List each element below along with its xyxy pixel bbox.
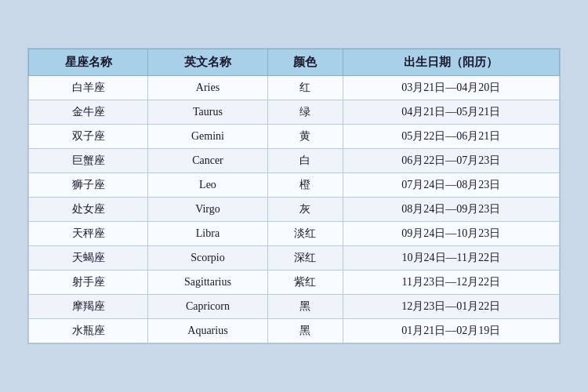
cell-english-name: Gemini	[148, 125, 267, 149]
cell-english-name: Libra	[148, 222, 267, 246]
table-row: 白羊座Aries红03月21日—04月20日	[29, 76, 560, 100]
cell-color: 绿	[267, 100, 343, 125]
cell-chinese-name: 射手座	[29, 270, 148, 295]
cell-english-name: Taurus	[148, 100, 267, 125]
cell-chinese-name: 双子座	[29, 125, 148, 149]
table-header-row: 星座名称 英文名称 颜色 出生日期（阳历）	[29, 49, 560, 76]
cell-color: 深红	[267, 246, 343, 270]
cell-dates: 05月22日—06月21日	[343, 125, 559, 149]
cell-chinese-name: 白羊座	[29, 76, 148, 100]
table-row: 天秤座Libra淡红09月24日—10月23日	[29, 222, 560, 246]
table-row: 射手座Sagittarius紫红11月23日—12月22日	[29, 270, 560, 295]
zodiac-table-container: 星座名称 英文名称 颜色 出生日期（阳历） 白羊座Aries红03月21日—04…	[27, 48, 561, 344]
header-english-name: 英文名称	[148, 49, 267, 76]
cell-dates: 01月21日—02月19日	[343, 319, 559, 343]
table-row: 处女座Virgo灰08月24日—09月23日	[29, 198, 560, 222]
cell-dates: 07月24日—08月23日	[343, 173, 559, 198]
cell-dates: 12月23日—01月22日	[343, 295, 559, 319]
cell-color: 紫红	[267, 270, 343, 295]
cell-english-name: Scorpio	[148, 246, 267, 270]
cell-chinese-name: 处女座	[29, 198, 148, 222]
cell-chinese-name: 水瓶座	[29, 319, 148, 343]
cell-chinese-name: 金牛座	[29, 100, 148, 125]
cell-dates: 09月24日—10月23日	[343, 222, 559, 246]
cell-dates: 11月23日—12月22日	[343, 270, 559, 295]
cell-dates: 08月24日—09月23日	[343, 198, 559, 222]
cell-color: 黄	[267, 125, 343, 149]
cell-chinese-name: 天蝎座	[29, 246, 148, 270]
table-row: 巨蟹座Cancer白06月22日—07月23日	[29, 149, 560, 173]
table-row: 狮子座Leo橙07月24日—08月23日	[29, 173, 560, 198]
cell-color: 橙	[267, 173, 343, 198]
cell-dates: 06月22日—07月23日	[343, 149, 559, 173]
table-body: 白羊座Aries红03月21日—04月20日金牛座Taurus绿04月21日—0…	[29, 76, 560, 343]
header-chinese-name: 星座名称	[29, 49, 148, 76]
header-color: 颜色	[267, 49, 343, 76]
cell-color: 淡红	[267, 222, 343, 246]
cell-english-name: Virgo	[148, 198, 267, 222]
table-row: 双子座Gemini黄05月22日—06月21日	[29, 125, 560, 149]
cell-english-name: Leo	[148, 173, 267, 198]
cell-color: 黑	[267, 319, 343, 343]
table-row: 天蝎座Scorpio深红10月24日—11月22日	[29, 246, 560, 270]
cell-english-name: Aries	[148, 76, 267, 100]
cell-chinese-name: 狮子座	[29, 173, 148, 198]
cell-english-name: Sagittarius	[148, 270, 267, 295]
cell-dates: 10月24日—11月22日	[343, 246, 559, 270]
cell-english-name: Capricorn	[148, 295, 267, 319]
cell-english-name: Aquarius	[148, 319, 267, 343]
table-row: 摩羯座Capricorn黑12月23日—01月22日	[29, 295, 560, 319]
header-dates: 出生日期（阳历）	[343, 49, 559, 76]
zodiac-table: 星座名称 英文名称 颜色 出生日期（阳历） 白羊座Aries红03月21日—04…	[28, 49, 560, 343]
cell-color: 黑	[267, 295, 343, 319]
cell-color: 白	[267, 149, 343, 173]
cell-color: 灰	[267, 198, 343, 222]
cell-dates: 04月21日—05月21日	[343, 100, 559, 125]
cell-chinese-name: 天秤座	[29, 222, 148, 246]
table-row: 金牛座Taurus绿04月21日—05月21日	[29, 100, 560, 125]
cell-chinese-name: 巨蟹座	[29, 149, 148, 173]
cell-dates: 03月21日—04月20日	[343, 76, 559, 100]
cell-chinese-name: 摩羯座	[29, 295, 148, 319]
cell-color: 红	[267, 76, 343, 100]
cell-english-name: Cancer	[148, 149, 267, 173]
table-row: 水瓶座Aquarius黑01月21日—02月19日	[29, 319, 560, 343]
